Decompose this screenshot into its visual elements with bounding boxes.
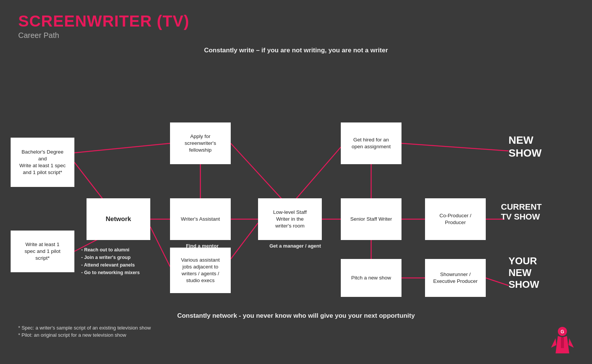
bottom-tagline: Constantly network - you never know who … [0, 312, 592, 320]
page-subtitle: Career Path [18, 31, 574, 40]
tip-alumni: - Reach out to alumni [81, 247, 129, 253]
svg-line-8 [231, 223, 258, 259]
svg-line-11 [401, 143, 509, 151]
tip-writers-group: - Join a writer's group [81, 255, 131, 260]
label-current-tv-show: CURRENTTV SHOW [501, 202, 542, 222]
node-co-producer-label: Co-Producer /Producer [439, 212, 471, 226]
header: SCREENWRITER (TV) Career Path [0, 0, 592, 43]
label-your-new-show: YOURNEWSHOW [509, 255, 539, 291]
footnotes: * Spec: a writer's sample script of an e… [0, 320, 592, 338]
node-get-hired-label: Get hired for anopen assignment [352, 136, 391, 150]
node-lowlevel-staff-label: Low-level StaffWriter in thewriter's roo… [273, 209, 307, 230]
footnote-spec: * Spec: a writer's sample script of an e… [18, 325, 574, 331]
node-bachelors: Bachelor's DegreeandWrite at least 1 spe… [11, 138, 74, 187]
logo: G [551, 327, 574, 353]
node-writers-assistant-label: Writer's Assistant [181, 216, 220, 223]
footnote-pilot: * Pilot: an original script for a new te… [18, 332, 574, 338]
tip-mixers: - Go to networking mixers [81, 270, 140, 275]
svg-rect-23 [561, 337, 564, 348]
node-co-producer: Co-Producer /Producer [425, 198, 486, 240]
node-writers-assistant: Writer's Assistant [170, 198, 231, 240]
svg-line-17 [486, 278, 509, 286]
node-bachelors-label: Bachelor's DegreeandWrite at least 1 spe… [19, 149, 66, 176]
node-get-hired: Get hired for anopen assignment [341, 122, 401, 164]
node-write-spec: Write at least 1spec and 1 pilotscript* [11, 231, 74, 272]
node-senior-staff-label: Senior Staff Writer [350, 216, 392, 223]
node-senior-staff: Senior Staff Writer [341, 198, 401, 240]
node-various-assistant: Various assistantjobs adjacent towriters… [170, 248, 231, 293]
svg-marker-22 [568, 338, 574, 348]
network-tips: - Reach out to alumni - Join a writer's … [81, 246, 140, 276]
node-network-label: Network [105, 215, 131, 224]
svg-line-9 [290, 147, 341, 206]
node-apply-fellowship-label: Apply forscreenwriter'sfellowship [185, 133, 216, 154]
tip-panels: - Attend relevant panels [81, 262, 135, 268]
svg-marker-21 [551, 338, 556, 348]
node-lowlevel-staff: Low-level StaffWriter in thewriter's roo… [258, 198, 322, 240]
node-network: Network [87, 198, 150, 240]
node-write-spec-label: Write at least 1spec and 1 pilotscript* [25, 241, 61, 262]
svg-line-4 [150, 227, 170, 267]
page-title: SCREENWRITER (TV) [18, 12, 574, 30]
tip-get-manager: Get a manager / agent [269, 243, 321, 249]
node-pitch-new-show-label: Pitch a new show [351, 275, 391, 281]
diagram-area: Bachelor's DegreeandWrite at least 1 spe… [0, 54, 592, 312]
node-pitch-new-show: Pitch a new show [341, 259, 401, 297]
tip-find-mentor: Find a mentor [186, 243, 219, 249]
svg-text:G: G [561, 329, 564, 334]
node-apply-fellowship: Apply forscreenwriter'sfellowship [170, 122, 231, 164]
node-various-assistant-label: Various assistantjobs adjacent towriters… [181, 257, 220, 284]
node-showrunner-label: Showrunner /Executive Producer [433, 271, 477, 285]
node-showrunner: Showrunner /Executive Producer [425, 259, 486, 297]
label-new-show: NEWSHOW [509, 134, 542, 159]
top-tagline: Constantly write – if you are not writin… [0, 47, 592, 54]
svg-line-1 [74, 143, 170, 153]
